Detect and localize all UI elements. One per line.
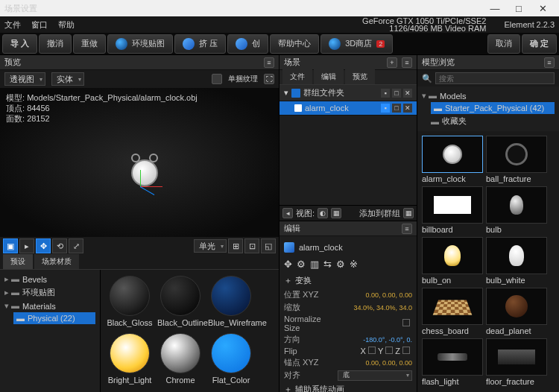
- add-group-icon[interactable]: ▦: [403, 208, 414, 218]
- menu-help[interactable]: 帮助: [58, 19, 75, 31]
- model-bulb_on[interactable]: bulb_on: [422, 237, 483, 285]
- view-dropdown[interactable]: 透视图: [4, 72, 45, 86]
- solo-toggle[interactable]: □: [392, 104, 401, 113]
- vp-opt3[interactable]: ◱: [261, 238, 276, 253]
- tree-physical[interactable]: ▬Physical (22): [13, 312, 95, 324]
- tree-starter-pack[interactable]: ▬Starter_Pack_Physical (42): [431, 102, 555, 114]
- model-bulb[interactable]: bulb: [486, 186, 547, 234]
- earth-icon: [116, 38, 127, 50]
- envmap-button[interactable]: 环境贴图: [107, 34, 173, 54]
- vis-toggle[interactable]: ▪: [381, 104, 390, 113]
- panel-menu-icon[interactable]: ≡: [402, 224, 412, 234]
- tree-bevels[interactable]: ▸ ▬Bevels: [4, 273, 95, 285]
- menu-window[interactable]: 窗口: [31, 19, 48, 31]
- model-flash_light[interactable]: flash_light: [422, 338, 483, 386]
- gear-icon[interactable]: ⚙: [336, 259, 345, 270]
- maximize-button[interactable]: □: [507, 3, 531, 14]
- model-dead_planet[interactable]: dead_planet: [486, 288, 547, 335]
- cube-icon: [284, 242, 294, 253]
- panel-menu-icon[interactable]: ≡: [264, 57, 274, 68]
- gear-icon[interactable]: ⚙: [297, 259, 306, 270]
- plus-icon[interactable]: ＋: [284, 275, 292, 286]
- panel-menu-icon[interactable]: ≡: [402, 57, 412, 68]
- flip-x-checkbox[interactable]: [368, 347, 376, 354]
- model-floor_fracture[interactable]: floor_fracture: [486, 338, 547, 386]
- create-button[interactable]: 创: [227, 34, 268, 54]
- move-tool[interactable]: ✥: [36, 238, 51, 253]
- light-dropdown[interactable]: 单光: [194, 239, 227, 253]
- model-alarm_clock[interactable]: alarm_clock: [422, 136, 483, 183]
- tree-materials[interactable]: ▾ ▬Materials: [4, 300, 95, 312]
- material-Bright_Light[interactable]: Bright_Light: [107, 333, 153, 386]
- anchor-value[interactable]: 0.00, 0.00, 0.00: [338, 359, 412, 367]
- material-Flat_Color[interactable]: Flat_Color: [208, 333, 254, 386]
- select-tool[interactable]: ▸: [19, 238, 34, 253]
- scene-item-alarm-clock[interactable]: alarm_clock ▪□✕: [280, 101, 417, 116]
- align-dropdown[interactable]: 底: [338, 370, 412, 381]
- cancel-button[interactable]: 取消: [487, 34, 520, 54]
- viewport-3d[interactable]: 模型: Models/Starter_Pack_Physical/alarm_c…: [0, 88, 279, 237]
- link-icon[interactable]: ⇆: [323, 259, 332, 270]
- scene-tab-preview[interactable]: 预览: [345, 69, 375, 84]
- earth-icon: [329, 38, 341, 50]
- scale-tool[interactable]: ⤢: [69, 238, 83, 253]
- vp-opt1[interactable]: ⊞: [228, 238, 243, 253]
- search-icon: 🔍: [422, 74, 432, 83]
- material-Blue_Wireframe[interactable]: Blue_Wireframe: [208, 276, 254, 329]
- material-Black_Outline[interactable]: Black_Outline: [157, 276, 203, 329]
- view-mode-icon[interactable]: ◐: [318, 208, 328, 218]
- minimize-button[interactable]: —: [483, 3, 507, 14]
- view-grid-icon[interactable]: ▦: [331, 208, 341, 218]
- shading-dropdown[interactable]: 实体: [51, 72, 84, 86]
- vp-opt2[interactable]: ⊡: [244, 238, 259, 253]
- scene-add-icon[interactable]: +: [387, 57, 397, 68]
- browser-header: 模型浏览≡: [417, 55, 559, 70]
- vis-toggle[interactable]: ▪: [381, 89, 390, 98]
- extrude-button[interactable]: 挤 压: [174, 34, 226, 54]
- normalize-checkbox[interactable]: [402, 319, 410, 326]
- tree-envmap[interactable]: ▸ ▬环境贴图: [4, 285, 95, 300]
- material-Black_Gloss[interactable]: Black_Gloss: [107, 276, 153, 329]
- scale-value[interactable]: 34.0%, 34.0%, 34.0: [338, 304, 412, 312]
- ok-button[interactable]: 确 定: [522, 34, 557, 54]
- material-Chrome[interactable]: Chrome: [157, 333, 203, 386]
- close-button[interactable]: ✕: [531, 3, 555, 14]
- delete-icon[interactable]: ✕: [403, 89, 412, 98]
- plus-icon[interactable]: ＋: [284, 384, 292, 392]
- undo-button[interactable]: 撤消: [39, 34, 72, 54]
- store-button[interactable]: 3D商店2: [320, 34, 393, 54]
- position-value[interactable]: 0.00, 0.00, 0.00: [338, 291, 412, 299]
- view-prev-icon[interactable]: ◂: [282, 208, 293, 218]
- model-billboard[interactable]: billboard: [422, 186, 483, 234]
- scene-tab-edit[interactable]: 编辑: [314, 69, 344, 84]
- group-folder-row[interactable]: ▾群组文件夹 ▪□✕: [280, 85, 417, 101]
- tab-scenemat[interactable]: 场景材质: [34, 254, 79, 269]
- model-bulb_white[interactable]: bulb_white: [486, 237, 547, 285]
- fx-icon[interactable]: ※: [350, 259, 358, 270]
- flip-y-checkbox[interactable]: [385, 347, 393, 354]
- model-chess_board[interactable]: chess_board: [422, 288, 483, 335]
- tab-preset[interactable]: 预设: [3, 254, 33, 269]
- import-button[interactable]: 导 入: [2, 34, 37, 54]
- solo-toggle[interactable]: □: [392, 89, 401, 98]
- menu-file[interactable]: 文件: [4, 19, 21, 31]
- rotate-tool[interactable]: ⟲: [52, 238, 67, 253]
- search-input[interactable]: [435, 72, 555, 84]
- redo-button[interactable]: 重做: [73, 34, 106, 54]
- flip-z-checkbox[interactable]: [402, 347, 410, 354]
- direction-value[interactable]: -180.0°, -0.0°, 0.: [338, 336, 412, 344]
- tree-models[interactable]: ▾ ▬Models: [422, 89, 555, 102]
- fullscreen-icon[interactable]: ⛶: [264, 74, 274, 84]
- helpcenter-button[interactable]: 帮助中心: [270, 34, 319, 54]
- model-ball_fracture[interactable]: ball_fracture: [486, 136, 547, 183]
- panel-menu-icon[interactable]: ≡: [544, 57, 555, 68]
- add-to-group-button[interactable]: 添加到群组: [359, 208, 400, 219]
- scene-tab-file[interactable]: 文件: [282, 69, 312, 84]
- camera-tool[interactable]: ▣: [3, 238, 18, 253]
- checkbox-singletex[interactable]: [212, 74, 222, 84]
- delete-icon[interactable]: ✕: [403, 104, 412, 113]
- tree-favorites[interactable]: ▬收藏夹: [431, 114, 555, 128]
- move-icon[interactable]: ✥: [284, 259, 292, 270]
- layers-icon[interactable]: ▥: [310, 259, 319, 270]
- flip-controls: XYZ: [338, 347, 412, 355]
